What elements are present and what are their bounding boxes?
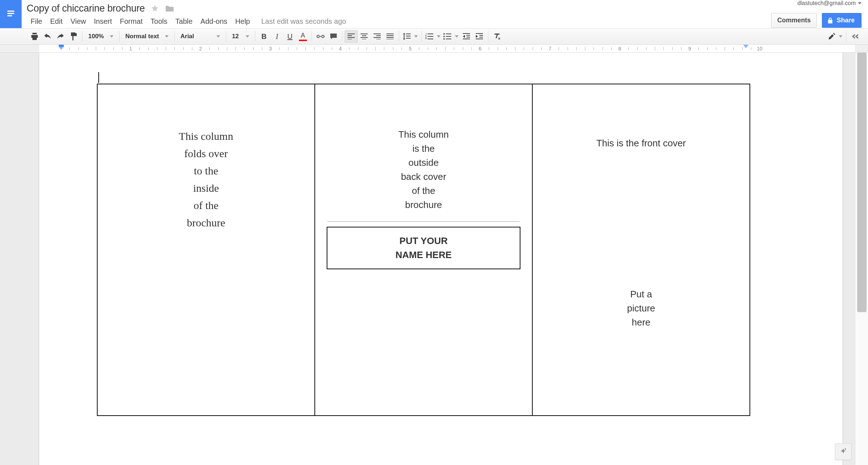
caret-down-icon: [246, 35, 249, 37]
ruler-number: 6: [479, 46, 482, 52]
toolbar: 100% Normal text Arial 12 B I U A: [0, 28, 868, 45]
text-color-swatch: [299, 40, 307, 41]
menu-edit[interactable]: Edit: [46, 15, 66, 28]
brochure-table[interactable]: This columnfolds overto theinsideof theb…: [97, 84, 750, 416]
menu-help[interactable]: Help: [231, 15, 254, 28]
menu-addons[interactable]: Add-ons: [197, 15, 232, 28]
ruler-number: 9: [688, 46, 691, 52]
caret-down-icon: [437, 35, 440, 37]
increase-indent-button[interactable]: [473, 30, 486, 43]
account-caret-icon: [858, 2, 862, 4]
column-3-front-text: This is the front cover: [543, 128, 739, 150]
decrease-indent-button[interactable]: [460, 30, 473, 43]
star-icon[interactable]: [151, 4, 159, 13]
numbered-list-button[interactable]: [424, 30, 442, 43]
font-select[interactable]: Arial: [177, 30, 224, 43]
svg-point-5: [443, 36, 445, 37]
clear-formatting-button[interactable]: [491, 30, 504, 43]
svg-rect-2: [7, 13, 14, 14]
caret-down-icon: [455, 35, 458, 37]
zoom-select[interactable]: 100%: [85, 30, 117, 43]
last-edit-text: Last edit was seconds ago: [254, 17, 346, 26]
svg-rect-1: [7, 10, 14, 12]
menu-file[interactable]: File: [27, 15, 46, 28]
vertical-scrollbar[interactable]: [855, 53, 868, 465]
paragraph-style-value: Normal text: [125, 33, 161, 40]
column-3-picture-text: Put apicturehere: [543, 287, 739, 329]
svg-point-4: [443, 33, 445, 35]
font-size-value: 12: [232, 33, 242, 40]
underline-button[interactable]: U: [283, 30, 296, 43]
font-value: Arial: [180, 33, 213, 40]
explore-icon: [839, 448, 847, 456]
ruler-number: 8: [618, 46, 621, 52]
italic-button[interactable]: I: [270, 30, 283, 43]
caret-down-icon: [414, 35, 418, 37]
ruler-left-indent[interactable]: [59, 45, 64, 52]
folder-icon[interactable]: [165, 4, 174, 12]
page: This columnfolds overto theinsideof theb…: [39, 53, 842, 465]
ruler-number: 10: [757, 46, 762, 52]
vertical-scrollbar-thumb[interactable]: [857, 53, 867, 312]
horizontal-ruler[interactable]: 12345678910: [0, 45, 868, 53]
align-center-button[interactable]: [358, 30, 371, 43]
caret-down-icon: [839, 35, 842, 37]
text-cursor: [98, 72, 99, 83]
insert-link-button[interactable]: [314, 30, 327, 43]
ruler-number: 5: [409, 46, 412, 52]
menu-tools[interactable]: Tools: [147, 15, 171, 28]
ruler-number: 4: [339, 46, 342, 52]
name-box: PUT YOURNAME HERE: [327, 227, 520, 269]
text-color-button[interactable]: A: [296, 30, 309, 43]
comments-button[interactable]: Comments: [771, 13, 817, 28]
undo-button[interactable]: [41, 30, 54, 43]
editing-mode-button[interactable]: [827, 30, 844, 43]
align-left-button[interactable]: [345, 30, 358, 43]
menu-format[interactable]: Format: [116, 15, 147, 28]
caret-down-icon: [165, 35, 169, 37]
account-menu[interactable]: dlastutech@gmail.com: [797, 0, 862, 6]
document-canvas[interactable]: This columnfolds overto theinsideof theb…: [0, 53, 855, 465]
menu-insert[interactable]: Insert: [90, 15, 116, 28]
caret-down-icon: [216, 35, 220, 37]
document-title[interactable]: Copy of chiccarine brochure: [27, 3, 145, 14]
menu-view[interactable]: View: [67, 15, 90, 28]
insert-comment-button[interactable]: [327, 30, 340, 43]
menu-table[interactable]: Table: [171, 15, 197, 28]
explore-button[interactable]: [835, 443, 851, 460]
paragraph-style-select[interactable]: Normal text: [122, 30, 172, 43]
font-size-select[interactable]: 12: [228, 30, 253, 43]
align-right-button[interactable]: [371, 30, 384, 43]
table-cell-3[interactable]: This is the front cover Put apicturehere: [532, 84, 750, 416]
ruler-number: 1: [129, 46, 132, 52]
bold-button[interactable]: B: [258, 30, 270, 43]
table-cell-2[interactable]: This columnis theoutsideback coverof the…: [315, 84, 532, 416]
bulleted-list-button[interactable]: [442, 30, 460, 43]
docs-logo-icon: [6, 8, 15, 20]
ruler-right-indent[interactable]: [743, 45, 748, 50]
ruler-number: 2: [199, 46, 202, 52]
share-label: Share: [837, 17, 855, 24]
caret-down-icon: [110, 35, 113, 37]
line-spacing-button[interactable]: [401, 30, 419, 43]
ruler-number: 3: [269, 46, 272, 52]
user-email: dlastutech@gmail.com: [797, 0, 856, 6]
paint-format-button[interactable]: [67, 30, 80, 43]
table-cell-1[interactable]: This columnfolds overto theinsideof theb…: [97, 84, 315, 416]
ruler-number: 7: [549, 46, 551, 52]
column-2-text: This columnis theoutsideback coverof the…: [326, 128, 521, 212]
svg-point-6: [443, 38, 445, 40]
horizontal-rule: [327, 221, 520, 222]
lock-icon: [827, 17, 833, 24]
svg-rect-3: [7, 15, 12, 16]
column-1-text: This columnfolds overto theinsideof theb…: [108, 128, 304, 231]
redo-button[interactable]: [54, 30, 67, 43]
share-button[interactable]: Share: [822, 13, 862, 28]
align-justify-button[interactable]: [384, 30, 397, 43]
collapse-toolbar-button[interactable]: [849, 30, 862, 43]
docs-app-icon[interactable]: [0, 0, 22, 28]
zoom-value: 100%: [88, 33, 106, 40]
print-button[interactable]: [28, 30, 41, 43]
